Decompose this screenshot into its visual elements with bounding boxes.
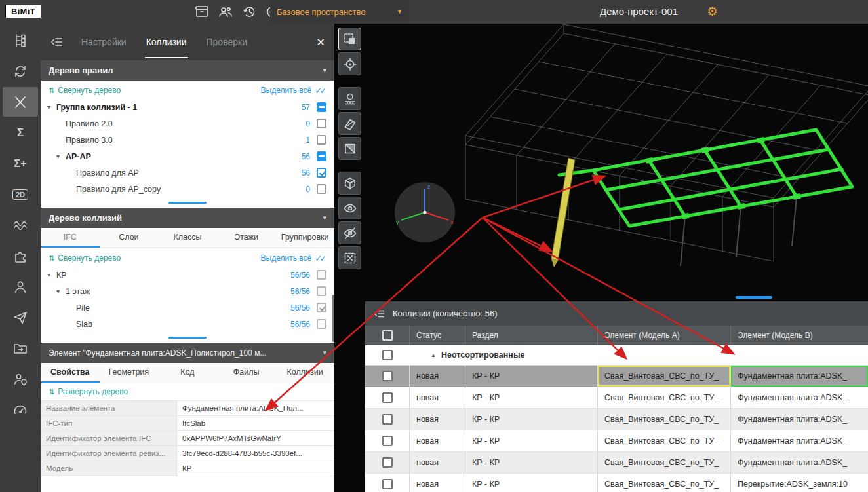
- checkbox-disabled[interactable]: [317, 270, 326, 280]
- sidebar-item-dashboard[interactable]: [3, 395, 38, 425]
- checkbox-indeterminate[interactable]: [317, 151, 326, 161]
- checkbox[interactable]: [317, 184, 326, 194]
- row-checkbox[interactable]: [382, 371, 393, 381]
- vp-hide-box-button[interactable]: [338, 172, 361, 195]
- sidebar-item-publish[interactable]: [3, 303, 38, 332]
- select-all-link[interactable]: Выделить всё ✓✓: [261, 254, 326, 263]
- sidebar-item-contacts[interactable]: [3, 364, 38, 394]
- collapse-tree-link[interactable]: ⇅ Свернуть дерево: [49, 86, 121, 95]
- tree-item[interactable]: ▾ АР-АР 56: [41, 148, 334, 164]
- splitter-handle[interactable]: [168, 202, 207, 204]
- tree-item[interactable]: Правило 2.0 0: [41, 115, 334, 132]
- vp-measure-button[interactable]: [338, 87, 361, 110]
- tree-item[interactable]: ▾ Группа коллизий - 1 57: [41, 99, 334, 115]
- expand-tree-link[interactable]: ⇅ Развернуть дерево: [49, 387, 128, 396]
- tab-collisions-sub[interactable]: Коллизии: [275, 363, 334, 383]
- vp-hide-button[interactable]: [338, 221, 361, 244]
- checkbox-indeterminate[interactable]: [317, 102, 326, 112]
- navigation-gizmo[interactable]: z x y: [393, 181, 456, 244]
- vp-focus-button[interactable]: [338, 52, 361, 75]
- checkbox[interactable]: [317, 119, 326, 128]
- highlighted-slab[interactable]: [559, 130, 852, 226]
- group-checkbox[interactable]: [382, 350, 393, 360]
- vp-clear-selection-button[interactable]: [338, 246, 361, 269]
- tab-groupings[interactable]: Группировки: [275, 228, 334, 248]
- sidebar-item-2d[interactable]: 2D: [3, 180, 38, 209]
- tab-settings[interactable]: Настройки: [80, 26, 128, 58]
- tree-item[interactable]: Правило для АР_copy 0: [41, 181, 334, 197]
- archive-box-icon[interactable]: [194, 4, 210, 20]
- tree-item[interactable]: Правило для АР 56: [41, 164, 334, 181]
- tab-floors[interactable]: Этажи: [217, 228, 276, 248]
- collisions-tree-header[interactable]: Дерево коллизий ▾: [41, 208, 334, 228]
- table-row[interactable]: новая КР - КР Свая_Винтовая_СВС_по_ТУ_ Ф…: [365, 409, 868, 430]
- history-clock-icon[interactable]: [241, 4, 257, 20]
- vp-select-button[interactable]: [338, 28, 361, 50]
- vp-clip-box-button[interactable]: [338, 137, 361, 160]
- panel-scrollbar[interactable]: [332, 295, 334, 342]
- checkbox-disabled[interactable]: [317, 319, 326, 329]
- collapse-tree-link[interactable]: ⇅ Свернуть дерево: [49, 254, 121, 263]
- tab-properties[interactable]: Свойства: [41, 363, 100, 383]
- column-model-a[interactable]: Элемент (Модель А): [597, 326, 730, 345]
- checkbox[interactable]: [317, 135, 326, 145]
- column-section[interactable]: Раздел: [465, 326, 597, 345]
- tree-item[interactable]: Правило 3.0 1: [41, 132, 334, 148]
- element-panel-header[interactable]: Элемент "Фундаментная плита:ADSK_Полисти…: [41, 343, 334, 363]
- row-checkbox[interactable]: [382, 436, 393, 446]
- panel-menu-icon[interactable]: [50, 35, 63, 48]
- expander-icon[interactable]: ▾: [47, 271, 56, 278]
- row-checkbox[interactable]: [382, 457, 393, 468]
- sidebar-item-collisions[interactable]: [3, 87, 38, 117]
- table-menu-icon[interactable]: [373, 308, 385, 320]
- sidebar-item-plugins[interactable]: [3, 241, 38, 271]
- users-icon[interactable]: [218, 4, 233, 20]
- tree-item[interactable]: ▾ КР 56/56: [41, 267, 334, 283]
- collapse-group-icon[interactable]: ▲: [431, 352, 436, 358]
- select-all-checkbox[interactable]: [382, 330, 393, 341]
- sidebar-item-sync[interactable]: [3, 56, 38, 86]
- tab-geometry[interactable]: Геометрия: [100, 363, 159, 383]
- table-row[interactable]: новая КР - КР Свая_Винтовая_СВС_по_ТУ_ Ф…: [365, 387, 868, 409]
- close-icon[interactable]: ✕: [317, 36, 325, 48]
- sidebar-item-graphs[interactable]: [3, 210, 38, 240]
- tab-ifc[interactable]: IFC: [41, 228, 100, 248]
- tab-classes[interactable]: Классы: [158, 228, 217, 248]
- column-status[interactable]: Статус: [409, 326, 465, 345]
- tab-checks[interactable]: Проверки: [205, 26, 248, 58]
- row-checkbox[interactable]: [382, 479, 393, 489]
- tab-collisions[interactable]: Коллизии: [145, 26, 188, 58]
- tree-item[interactable]: Pile 56/56: [41, 299, 334, 316]
- sidebar-item-model-tree[interactable]: [3, 26, 38, 55]
- table-row[interactable]: новая КР - КР Свая_Винтовая_СВС_по_ТУ_ П…: [365, 474, 868, 492]
- checkbox-disabled[interactable]: [317, 286, 326, 296]
- splitter-handle[interactable]: [168, 337, 207, 339]
- viewport[interactable]: z x y Коллизии (количество: 56) Статус: [334, 24, 868, 492]
- settings-gear-icon[interactable]: ⚙: [707, 0, 718, 24]
- table-row[interactable]: новая КР - КР Свая_Винтовая_СВС_по_ТУ_ Ф…: [365, 430, 868, 452]
- tree-item[interactable]: Slab 56/56: [41, 316, 334, 332]
- sidebar-item-export[interactable]: [3, 333, 38, 363]
- workspace-dropdown[interactable]: Базовое пространство ▼: [270, 0, 409, 24]
- row-checkbox[interactable]: [382, 392, 393, 403]
- sidebar-item-sum[interactable]: Σ: [3, 118, 38, 147]
- expander-icon[interactable]: ▾: [56, 153, 66, 160]
- group-row[interactable]: ▲ Неотсортированные: [365, 345, 868, 366]
- vp-show-button[interactable]: [338, 197, 361, 219]
- table-row[interactable]: новая КР - КР Свая_Винтовая_СВС_по_ТУ_ Ф…: [365, 366, 868, 387]
- table-row[interactable]: новая КР - КР Свая_Винтовая_СВС_по_ТУ_ Ф…: [365, 452, 868, 474]
- rules-tree-header[interactable]: Дерево правил ▾: [41, 60, 334, 81]
- tree-item[interactable]: ▾ 1 этаж 56/56: [41, 283, 334, 299]
- tab-files[interactable]: Файлы: [217, 363, 276, 383]
- tab-layers[interactable]: Слои: [100, 228, 159, 248]
- checkbox-checked-disabled[interactable]: [317, 303, 326, 312]
- column-model-b[interactable]: Элемент (Модель B): [730, 326, 868, 345]
- expander-icon[interactable]: ▾: [56, 288, 66, 295]
- vp-section-plane-button[interactable]: [338, 112, 361, 135]
- sidebar-item-sum-plus[interactable]: Σ+: [3, 149, 38, 178]
- checkbox-checked[interactable]: [317, 168, 326, 178]
- select-all-link[interactable]: Выделить всё ✓✓: [261, 86, 326, 96]
- row-checkbox[interactable]: [382, 414, 393, 425]
- sidebar-item-profile[interactable]: [3, 272, 38, 301]
- expander-icon[interactable]: ▾: [47, 104, 56, 111]
